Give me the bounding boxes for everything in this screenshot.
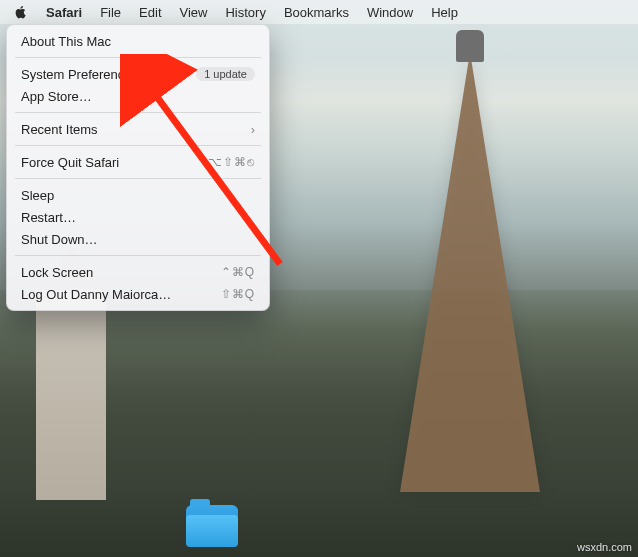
menu-about-mac[interactable]: About This Mac <box>7 30 269 52</box>
menu-separator <box>15 57 261 58</box>
menubar-file[interactable]: File <box>100 5 121 20</box>
menubar: Safari File Edit View History Bookmarks … <box>0 0 638 24</box>
menu-force-quit[interactable]: Force Quit Safari ⌥⇧⌘⎋ <box>7 151 269 173</box>
menubar-edit[interactable]: Edit <box>139 5 161 20</box>
menu-shut-down[interactable]: Shut Down… <box>7 228 269 250</box>
menu-separator <box>15 145 261 146</box>
bg-tower <box>36 290 106 500</box>
menu-shortcut: ⌃⌘Q <box>221 265 255 279</box>
apple-logo-icon[interactable] <box>14 5 28 19</box>
menu-separator <box>15 255 261 256</box>
menu-label: App Store… <box>21 89 92 104</box>
folder-icon <box>186 515 238 547</box>
menubar-history[interactable]: History <box>225 5 265 20</box>
apple-menu: About This Mac System Preferences… 1 upd… <box>6 24 270 311</box>
bg-spire-cap <box>456 30 484 62</box>
chevron-right-icon: › <box>251 122 255 137</box>
desktop: Safari File Edit View History Bookmarks … <box>0 0 638 557</box>
menu-label: Recent Items <box>21 122 98 137</box>
menu-label: Force Quit Safari <box>21 155 119 170</box>
menubar-help[interactable]: Help <box>431 5 458 20</box>
menu-app-store[interactable]: App Store… <box>7 85 269 107</box>
dock-folder[interactable] <box>186 505 238 547</box>
menu-sleep[interactable]: Sleep <box>7 184 269 206</box>
menu-label: About This Mac <box>21 34 111 49</box>
menu-label: Sleep <box>21 188 54 203</box>
watermark: wsxdn.com <box>577 541 632 553</box>
update-badge: 1 update <box>196 67 255 81</box>
menu-label: System Preferences… <box>21 67 151 82</box>
menubar-view[interactable]: View <box>180 5 208 20</box>
menu-shortcut: ⇧⌘Q <box>221 287 255 301</box>
menu-shortcut: ⌥⇧⌘⎋ <box>208 155 255 169</box>
menu-label: Lock Screen <box>21 265 93 280</box>
menubar-window[interactable]: Window <box>367 5 413 20</box>
menu-label: Shut Down… <box>21 232 98 247</box>
menu-log-out[interactable]: Log Out Danny Maiorca… ⇧⌘Q <box>7 283 269 305</box>
menu-label: Log Out Danny Maiorca… <box>21 287 171 302</box>
menubar-app[interactable]: Safari <box>46 5 82 20</box>
menu-recent-items[interactable]: Recent Items › <box>7 118 269 140</box>
menu-lock-screen[interactable]: Lock Screen ⌃⌘Q <box>7 261 269 283</box>
menu-system-preferences[interactable]: System Preferences… 1 update <box>7 63 269 85</box>
menu-separator <box>15 112 261 113</box>
menu-separator <box>15 178 261 179</box>
menubar-bookmarks[interactable]: Bookmarks <box>284 5 349 20</box>
bg-spire <box>400 52 540 492</box>
menu-label: Restart… <box>21 210 76 225</box>
menu-restart[interactable]: Restart… <box>7 206 269 228</box>
